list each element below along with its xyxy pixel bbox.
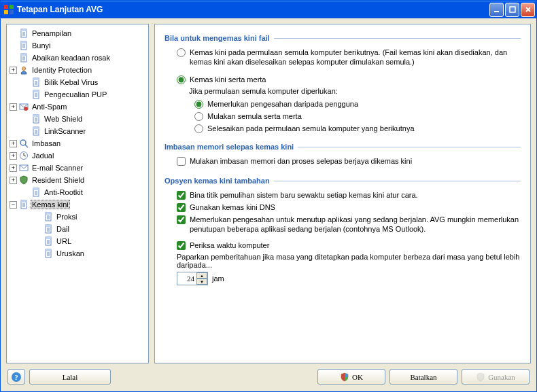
expander-spacer <box>22 79 29 86</box>
expander-spacer <box>22 128 29 135</box>
section-title-label: Bila untuk mengemas kini fail <box>164 34 270 42</box>
help-button[interactable]: ? <box>7 369 25 385</box>
expand-icon[interactable]: + <box>10 67 17 74</box>
button-label: Batalkan <box>410 373 436 381</box>
radio-label: Kemas kini serta merta <box>190 75 266 84</box>
radio-label: Mulakan semula serta merta <box>207 111 302 121</box>
doc-icon <box>31 126 41 136</box>
spin-down-button[interactable]: ▼ <box>196 279 207 285</box>
checkbox-restore-point[interactable]: Bina titik pemulihan sistem baru sewaktu… <box>164 189 521 201</box>
radio-require-confirm[interactable]: Memerlukan pengesahan daripada pengguna <box>164 98 521 110</box>
checkbox-dns-update[interactable]: Gunakan kemas kini DNS <box>164 201 521 213</box>
tree-item[interactable]: Web Shield <box>8 113 147 124</box>
tree-item[interactable]: +Anti-Spam <box>8 101 147 112</box>
svg-rect-17 <box>21 54 27 56</box>
tree-item[interactable]: Bunyi <box>8 40 147 51</box>
collapse-icon[interactable]: − <box>10 201 17 209</box>
tree-item[interactable]: Pengecualian PUP <box>8 89 147 100</box>
checkbox-label: Bina titik pemulihan sistem baru sewaktu… <box>190 190 418 200</box>
radio-label: Memerlukan pengesahan daripada pengguna <box>207 99 358 109</box>
tree-item-label: Imbasan <box>31 139 62 147</box>
tree-item-label: Uruskan <box>55 249 86 257</box>
checkbox-input[interactable] <box>177 203 186 212</box>
tree-item[interactable]: +Resident Shield <box>8 175 147 185</box>
doc-icon <box>19 200 29 209</box>
section-title-label: Imbasan memori selepas kemas kini <box>164 143 294 151</box>
tree-item[interactable]: Dail <box>8 224 147 234</box>
tree-item[interactable]: Uruskan <box>8 248 147 259</box>
minimize-button[interactable] <box>489 3 504 17</box>
radio-input[interactable] <box>194 100 203 109</box>
radio-input[interactable] <box>177 48 186 57</box>
cancel-button[interactable]: Batalkan <box>389 369 457 385</box>
checkbox-input[interactable] <box>177 215 186 224</box>
tree-item[interactable]: Proksi <box>8 211 147 222</box>
checkbox-input[interactable] <box>177 241 186 250</box>
default-button[interactable]: Lalai <box>29 369 111 385</box>
svg-text:?: ? <box>14 373 18 381</box>
hours-spinner[interactable]: ▲ ▼ <box>177 272 208 285</box>
shield-icon <box>340 372 349 382</box>
tree-item[interactable]: +E-mail Scanner <box>8 162 147 173</box>
expander-spacer <box>34 238 41 245</box>
tree-item[interactable]: Anti-Rootkit <box>8 187 147 198</box>
identity-icon <box>19 65 29 75</box>
checkbox-close-apps-confirm[interactable]: Memerlukan pengesahan untuk menutup apli… <box>164 213 521 235</box>
checkbox-input[interactable] <box>177 157 186 166</box>
svg-rect-35 <box>33 115 39 117</box>
tree-item[interactable]: LinkScanner <box>8 126 147 137</box>
tree-item-label: Anti-Spam <box>31 103 68 111</box>
close-button[interactable] <box>521 3 535 17</box>
titlebar: Tetapan Lanjutan AVG <box>1 1 536 18</box>
ok-button[interactable]: OK <box>317 369 385 385</box>
tree-item[interactable]: Bilik Kebal Virus <box>8 77 147 88</box>
doc-icon <box>44 212 53 221</box>
expander-spacer <box>34 213 41 221</box>
tree-item-label: Dail <box>55 225 71 233</box>
tree-item[interactable]: URL <box>8 236 147 247</box>
maximize-button[interactable] <box>505 3 519 17</box>
svg-rect-23 <box>33 78 39 80</box>
restart-required-label: Jika permulaan semula komputer diperluka… <box>164 87 521 95</box>
tree-item[interactable]: Abaikan keadaan rosak <box>8 52 147 63</box>
radio-update-immediately[interactable]: Kemas kini serta merta <box>164 73 521 86</box>
expand-icon[interactable]: + <box>10 152 17 160</box>
tree-item[interactable]: +Imbasan <box>8 138 147 149</box>
tree-item-label: Identity Protection <box>31 66 93 74</box>
radio-input[interactable] <box>177 75 186 84</box>
expander-spacer <box>22 91 29 99</box>
apply-button[interactable]: Gunakan <box>462 369 530 385</box>
expand-icon[interactable]: + <box>10 103 17 111</box>
tree-item-label: Pengecualian PUP <box>43 90 108 99</box>
expander-spacer <box>22 115 29 123</box>
radio-update-on-restart[interactable]: Kemas kini pada permulaan semula kompute… <box>164 46 521 68</box>
nav-tree[interactable]: PenampilanBunyiAbaikan keadaan rosak+Ide… <box>6 24 149 363</box>
radio-restart-immediately[interactable]: Mulakan semula serta merta <box>164 110 521 122</box>
checkbox-input[interactable] <box>177 191 186 200</box>
radio-input[interactable] <box>194 112 203 121</box>
doc-icon <box>31 77 41 87</box>
expand-icon[interactable]: + <box>10 177 17 184</box>
hours-input[interactable] <box>177 272 196 285</box>
expand-icon[interactable]: + <box>10 140 17 147</box>
expander-spacer <box>34 226 41 233</box>
radio-complete-next-restart[interactable]: Selesaikan pada permulaan semula kompute… <box>164 122 521 135</box>
checkbox-memory-scan[interactable]: Mulakan imbasan memori dan proses selepa… <box>164 155 521 167</box>
tree-item[interactable]: +Identity Protection <box>8 65 147 75</box>
checkbox-check-time[interactable]: Periksa waktu komputer <box>164 239 521 251</box>
expand-icon[interactable]: + <box>10 164 17 172</box>
tree-item-label: Abaikan keadaan rosak <box>31 54 111 62</box>
shield-icon <box>19 175 29 185</box>
tree-item-label: LinkScanner <box>43 127 87 135</box>
radio-input[interactable] <box>194 124 203 133</box>
antispam-icon <box>19 102 29 111</box>
svg-point-44 <box>20 140 26 145</box>
svg-rect-1 <box>10 5 14 9</box>
spin-up-button[interactable]: ▲ <box>196 272 207 279</box>
tree-item[interactable]: −Kemas kini <box>8 199 147 210</box>
svg-rect-56 <box>21 200 27 202</box>
hours-unit-label: jam <box>212 274 224 283</box>
tree-item[interactable]: Penampilan <box>8 28 147 39</box>
app-window: Tetapan Lanjutan AVG PenampilanBunyiAbai… <box>0 0 537 392</box>
tree-item[interactable]: +Jadual <box>8 150 147 161</box>
